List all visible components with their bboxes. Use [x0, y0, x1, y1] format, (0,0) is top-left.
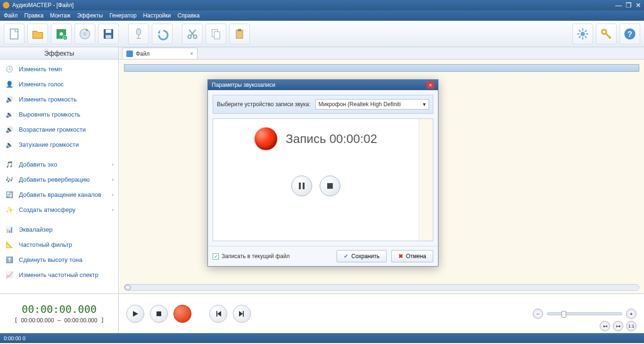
cross-icon: ✖	[398, 253, 403, 260]
prev-button[interactable]	[209, 305, 227, 323]
effect-volume[interactable]: 🔊Изменить громкость	[0, 92, 118, 107]
pitch-icon: ⬆️	[5, 255, 14, 264]
menu-effects[interactable]: Эффекты	[77, 12, 103, 19]
zoom-slider[interactable]	[547, 312, 622, 315]
svg-rect-9	[106, 35, 111, 38]
zoom-fit-left-button[interactable]: ↤	[600, 321, 610, 331]
effect-spectrum[interactable]: 📈Изменить частотный спектр	[0, 267, 118, 282]
effect-eq[interactable]: 📊Эквалайзер	[0, 222, 118, 237]
menu-edit[interactable]: Правка	[25, 12, 44, 19]
play-button[interactable]	[126, 305, 144, 323]
svg-rect-14	[215, 32, 220, 39]
recording-dialog: Параметры звукозаписи × Выберите устройс…	[207, 79, 438, 267]
tb-save[interactable]	[98, 24, 119, 44]
atmo-icon: ✨	[5, 205, 14, 214]
stop-button[interactable]	[150, 305, 168, 323]
timeline-ruler[interactable]	[124, 64, 639, 72]
chevron-icon: ‹	[112, 177, 114, 182]
speaker-icon: 🔊	[5, 94, 14, 104]
menu-help[interactable]: Справка	[177, 12, 199, 19]
effect-tempo[interactable]: 🕓Изменить темп	[0, 61, 118, 76]
dialog-footer: ✓ Записать в текущий файл ✔Сохранить ✖От…	[208, 246, 438, 266]
time-display: 00:00:00.000 [ 00:00:00.000 – 00:00:00.0…	[0, 294, 119, 333]
tabstrip: Файл ×	[119, 47, 644, 59]
filter-icon: 📐	[5, 240, 14, 249]
chevron-icon: ‹	[112, 192, 114, 197]
effect-fadein[interactable]: 🔊Возрастание громкости	[0, 122, 118, 137]
vol-down-icon: 🔈	[5, 140, 14, 149]
svg-rect-8	[106, 29, 111, 33]
time-current: 00:00:00.000	[22, 303, 97, 315]
tb-paste[interactable]	[229, 24, 250, 44]
next-button[interactable]	[233, 305, 251, 323]
zoom-out-button[interactable]: −	[533, 309, 543, 319]
statusbar: 0:00:00 0	[0, 333, 644, 343]
menu-file[interactable]: Файл	[4, 12, 18, 19]
status-text: 0:00:00 0	[4, 336, 25, 341]
tb-open[interactable]	[27, 24, 48, 44]
check-icon: ✔	[344, 253, 348, 260]
close-button[interactable]: ✕	[636, 2, 641, 8]
menu-montage[interactable]: Монтаж	[50, 12, 71, 19]
echo-icon: 🎵	[5, 159, 14, 169]
svg-point-10	[136, 28, 140, 35]
pause-button[interactable]	[291, 176, 312, 196]
cancel-button[interactable]: ✖Отмена	[391, 250, 433, 262]
spectrum-icon: 📈	[5, 270, 14, 279]
effect-reverb[interactable]: 🎶Добавить реверберацию‹	[0, 172, 118, 187]
svg-point-2	[60, 32, 63, 35]
zoom-1to1-button[interactable]: 1:1	[626, 321, 636, 331]
zoom-thumb[interactable]	[561, 311, 566, 318]
device-row: Выберите устройство записи звука: Микроф…	[213, 95, 433, 114]
dialog-close-button[interactable]: ×	[427, 81, 434, 89]
window-title: АудиоМАСТЕР - [Файл]	[12, 2, 615, 8]
zoom-fit-right-button[interactable]: ↦	[613, 321, 623, 331]
effect-atmosphere[interactable]: ✨Создать атмосферу‹	[0, 202, 118, 217]
vol-up-icon: 🔊	[5, 125, 14, 134]
tb-video[interactable]: +	[51, 24, 72, 44]
effect-filter[interactable]: 📐Частотный фильтр	[0, 237, 118, 252]
svg-rect-24	[327, 183, 333, 189]
save-button[interactable]: ✔Сохранить	[337, 250, 387, 262]
horizontal-scrollbar[interactable]	[124, 284, 639, 291]
dropdown-icon: ▾	[423, 101, 426, 108]
svg-text:?: ?	[627, 29, 632, 38]
device-label: Выберите устройство записи звука:	[217, 101, 311, 108]
effect-normalize[interactable]: 🔉Выровнять громкость	[0, 107, 118, 122]
device-value: Микрофон (Realtek High Definiti	[319, 101, 401, 108]
effect-echo[interactable]: 🎵Добавить эхо‹	[0, 157, 118, 172]
stop-record-button[interactable]	[320, 176, 340, 196]
tb-new[interactable]	[4, 24, 25, 44]
tb-key[interactable]	[596, 24, 617, 44]
tb-settings[interactable]	[572, 24, 593, 44]
transport-bar: 00:00:00.000 [ 00:00:00.000 – 00:00:00.0…	[0, 294, 644, 333]
zoom-controls: − +	[533, 309, 636, 319]
tb-cd[interactable]	[74, 24, 95, 44]
menu-settings[interactable]: Настройки	[143, 12, 171, 19]
svg-rect-21	[157, 311, 161, 316]
zoom-in-button[interactable]: +	[626, 309, 636, 319]
toolbar: + ?	[0, 21, 644, 47]
person-icon: 👤	[5, 79, 14, 89]
maximize-button[interactable]: ❐	[626, 2, 632, 8]
tb-cut[interactable]	[182, 24, 203, 44]
menu-generator[interactable]: Генератор	[109, 12, 136, 19]
record-button[interactable]	[173, 305, 191, 323]
svg-point-18	[602, 29, 606, 34]
dialog-titlebar[interactable]: Параметры звукозаписи ×	[208, 80, 438, 90]
tb-undo[interactable]	[152, 24, 173, 44]
effect-rotate[interactable]: 🔄Добавить вращение каналов‹	[0, 187, 118, 202]
tab-close-button[interactable]: ×	[190, 50, 193, 57]
write-to-file-checkbox[interactable]: ✓ Записать в текущий файл	[213, 253, 290, 260]
minimize-button[interactable]: —	[615, 2, 622, 8]
device-select[interactable]: Микрофон (Realtek High Definiti ▾	[315, 99, 429, 109]
tb-copy[interactable]	[206, 24, 226, 44]
rotate-icon: 🔄	[5, 190, 14, 199]
effect-fadeout[interactable]: 🔈Затухание громкости	[0, 137, 118, 152]
tab-file[interactable]: Файл ×	[122, 48, 198, 59]
effect-voice[interactable]: 👤Изменить голос	[0, 76, 118, 92]
effect-pitch[interactable]: ⬆️Сдвинуть высоту тона	[0, 252, 118, 267]
tb-help[interactable]: ?	[619, 24, 640, 44]
tb-mic[interactable]	[128, 24, 149, 44]
scrollbar-thumb[interactable]	[124, 285, 131, 290]
